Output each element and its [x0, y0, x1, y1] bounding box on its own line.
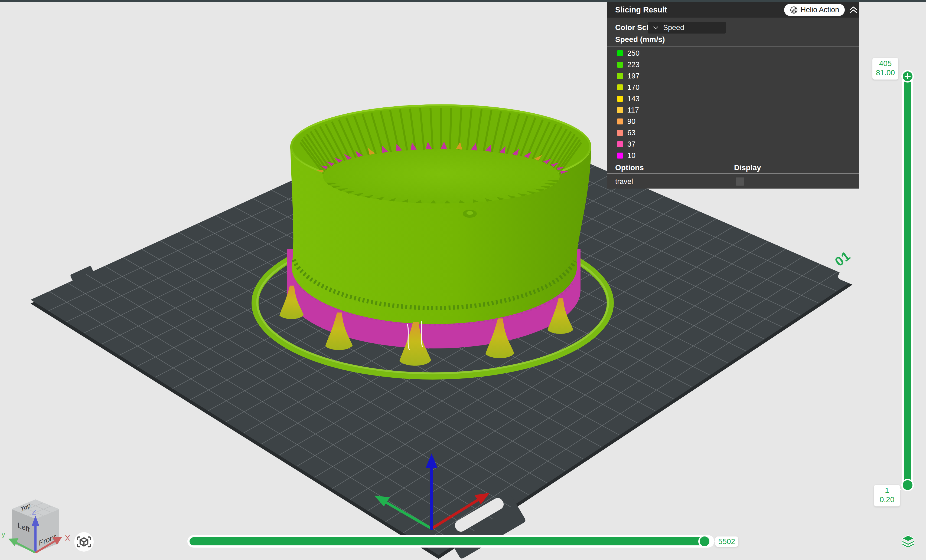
plate-corner-cutout [837, 264, 866, 288]
model-overhang-marks [315, 142, 568, 174]
layer-slider-top-handle-plus[interactable] [901, 70, 914, 83]
step-slider-handle[interactable] [698, 535, 711, 548]
support-foot [399, 322, 431, 366]
legend-swatch [617, 141, 623, 147]
legend-swatch [617, 118, 623, 124]
cube-x-axis [35, 540, 56, 553]
layer-bottom-value: 1 [874, 486, 900, 495]
legend-swatch [617, 50, 623, 56]
model-inner-ribs [300, 108, 581, 174]
helio-swirl-icon [790, 6, 798, 14]
display-header: Display [734, 162, 761, 173]
chevron-down-icon [652, 24, 659, 31]
panel-title: Slicing Result [615, 2, 667, 18]
legend-row: 37 [617, 139, 635, 150]
view-cube-front-label: Front [39, 533, 56, 547]
layer-top-height: 81.00 [872, 68, 899, 77]
chevron-double-up-icon [849, 5, 858, 15]
plate-corner-label: 01 [832, 248, 853, 269]
legend-swatch [617, 130, 623, 136]
options-header: Options [615, 162, 644, 173]
plate-handle-slot [453, 496, 506, 533]
collapse-panel-button[interactable] [849, 5, 858, 15]
legend-row: 170 [617, 82, 640, 93]
model-center-nub-hole [466, 211, 473, 215]
model-supports[interactable] [280, 286, 573, 366]
legend-row: 90 [617, 116, 635, 127]
step-tooltip: 5502 [715, 536, 738, 547]
legend-row: 143 [617, 93, 640, 104]
travel-display-checkbox[interactable] [736, 178, 744, 186]
layer-top-tooltip: 405 81.00 [872, 58, 899, 80]
cube-y-label: y [2, 530, 5, 538]
model-center-nub [463, 210, 477, 218]
legend-swatch [617, 107, 623, 113]
layer-range-slider[interactable] [902, 70, 913, 491]
separator [607, 174, 859, 174]
view-cube-front-face[interactable] [35, 509, 59, 553]
legend-row: 197 [617, 70, 640, 82]
fit-view-icon [77, 537, 91, 547]
model-floor-teeth [327, 180, 558, 204]
legend-row: 250 [617, 48, 640, 59]
color-scheme-row: Color Scheme Speed [607, 21, 859, 34]
legend-swatch [617, 152, 623, 158]
x-axis-arrow [431, 498, 481, 528]
view-cube-left-face[interactable] [12, 509, 35, 553]
legend-swatch [617, 96, 623, 102]
legend-row: 117 [617, 104, 639, 116]
support-foot [280, 286, 304, 319]
travel-option-label: travel [615, 175, 633, 187]
step-slider[interactable] [188, 535, 714, 548]
model-rim-highlight [291, 105, 590, 188]
helio-action-label: Helio Action [800, 6, 839, 14]
view-cube-top-label: Top [20, 501, 31, 513]
helio-action-button[interactable]: Helio Action [784, 4, 845, 16]
model-cylinder[interactable] [290, 104, 592, 324]
layer-range-fill [904, 72, 911, 489]
support-foot [486, 318, 514, 358]
view-cube-top-grid [20, 503, 51, 516]
support-foot [325, 312, 353, 350]
legend-swatch [617, 62, 623, 68]
view-cube-top-face[interactable] [12, 500, 59, 519]
origin-axes [374, 453, 490, 528]
skirt-ring [254, 229, 611, 377]
support-foot [548, 298, 573, 334]
top-window-strip [0, 0, 926, 2]
slicing-result-panel: Slicing Result Helio Action Color Scheme… [607, 2, 859, 189]
cube-z-label: Z [32, 508, 36, 516]
model-base-magenta[interactable] [287, 249, 581, 349]
color-scheme-dropdown[interactable]: Speed [648, 22, 726, 33]
separator [607, 47, 859, 47]
layer-top-value: 405 [872, 59, 899, 68]
view-cube-left-label: Left [17, 521, 30, 534]
legend-title: Speed (mm/s) [615, 35, 665, 44]
legend-row: 63 [617, 127, 635, 139]
model-inner-floor [323, 149, 560, 204]
color-scheme-value: Speed [663, 24, 684, 32]
seam-marks [407, 321, 422, 350]
legend-swatch [617, 85, 623, 91]
legend-row: 223 [617, 59, 640, 70]
view-cube[interactable]: Top Left Front Z y X [2, 500, 70, 553]
legend-swatch [617, 73, 623, 79]
model-top-cap [290, 104, 592, 189]
plate-front-tab [446, 495, 527, 560]
cube-y-axis [14, 542, 35, 553]
y-axis-arrow [382, 500, 431, 528]
layer-bottom-height: 0.20 [874, 495, 900, 504]
step-slider-fill [189, 537, 705, 545]
layers-icon[interactable] [902, 535, 915, 547]
legend-row: 10 [617, 150, 635, 161]
fit-view-button[interactable] [74, 532, 94, 552]
model-inner-band [290, 108, 592, 185]
plate-side-tab [70, 266, 94, 281]
layer-bottom-tooltip: 1 0.20 [874, 485, 900, 506]
panel-header: Slicing Result Helio Action [607, 2, 859, 18]
cube-x-label: X [65, 534, 70, 542]
